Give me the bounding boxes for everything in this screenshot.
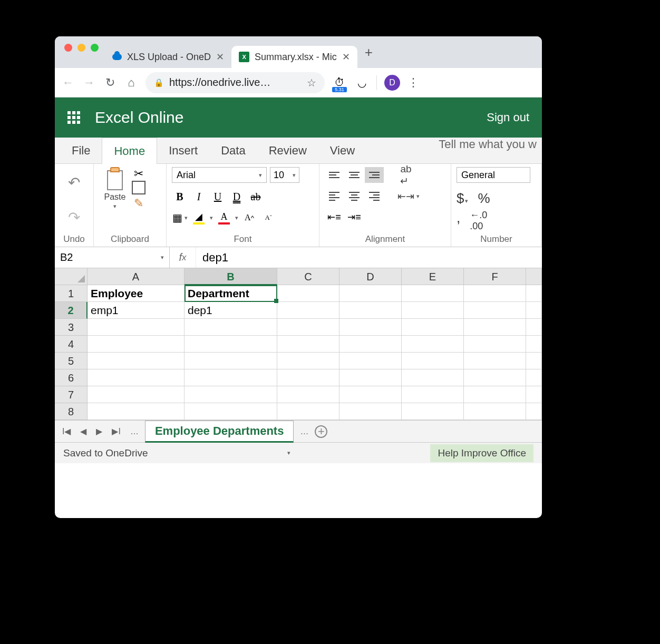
- app-launcher-icon[interactable]: [67, 111, 80, 124]
- forward-button[interactable]: →: [82, 76, 96, 90]
- first-sheet-button[interactable]: I◀: [59, 426, 74, 436]
- row-header-2[interactable]: 2: [55, 302, 88, 319]
- row-header-1[interactable]: 1: [55, 285, 88, 302]
- close-window-button[interactable]: [64, 44, 72, 52]
- last-sheet-button[interactable]: ▶I: [109, 426, 123, 436]
- sheet-list-button[interactable]: …: [127, 427, 142, 436]
- cell-D1[interactable]: [339, 285, 402, 302]
- paste-button[interactable]: Paste ▾: [99, 167, 131, 210]
- cell-D3[interactable]: [339, 319, 402, 336]
- cell-C1[interactable]: [277, 285, 339, 302]
- cell-E1[interactable]: [402, 285, 464, 302]
- formula-input[interactable]: dep1: [196, 247, 542, 268]
- percent-button[interactable]: %: [478, 190, 490, 207]
- cell-E2[interactable]: [402, 302, 464, 319]
- strikethrough-button[interactable]: ab: [248, 189, 264, 204]
- increase-indent-button[interactable]: ⇥≡: [345, 209, 364, 225]
- fill-color-button[interactable]: ◢: [191, 211, 207, 225]
- cell-F3[interactable]: [464, 319, 526, 336]
- cell-D8[interactable]: [339, 403, 402, 420]
- name-box[interactable]: B2▾: [55, 247, 170, 268]
- column-header-C[interactable]: C: [277, 268, 339, 285]
- cell-B5[interactable]: [185, 353, 277, 369]
- cell[interactable]: [526, 302, 542, 319]
- browser-tab-onedrive[interactable]: XLS Upload - OneD ✕: [105, 46, 231, 68]
- borders-button[interactable]: ▦▾: [172, 210, 188, 225]
- select-all-corner[interactable]: [55, 268, 88, 285]
- new-tab-button[interactable]: +: [357, 44, 380, 61]
- reload-button[interactable]: ↻: [103, 76, 117, 90]
- cell-B2[interactable]: dep1: [185, 302, 277, 319]
- cell-B3[interactable]: [185, 319, 277, 336]
- row-header-8[interactable]: 8: [55, 403, 88, 420]
- align-middle-button[interactable]: [345, 167, 364, 183]
- ribbon-tab-review[interactable]: Review: [257, 138, 318, 163]
- cell-B7[interactable]: [185, 386, 277, 403]
- column-header-D[interactable]: D: [339, 268, 402, 285]
- spreadsheet-grid[interactable]: A B C D E F 1EmployeeDepartment2emp1dep1…: [55, 268, 542, 420]
- currency-button[interactable]: $▾: [457, 190, 468, 207]
- cell-E8[interactable]: [402, 403, 464, 420]
- back-button[interactable]: ←: [61, 76, 75, 90]
- status-dropdown[interactable]: ▾: [287, 450, 290, 456]
- column-header-A[interactable]: A: [88, 268, 185, 285]
- merge-button[interactable]: ⇤⇥: [396, 188, 415, 204]
- cell-E7[interactable]: [402, 386, 464, 403]
- italic-button[interactable]: I: [191, 189, 207, 204]
- cell-C7[interactable]: [277, 386, 339, 403]
- undo-button[interactable]: ↶: [68, 174, 80, 191]
- column-header[interactable]: [526, 268, 542, 285]
- cell-A7[interactable]: [88, 386, 185, 403]
- cell-C3[interactable]: [277, 319, 339, 336]
- wrap-text-button[interactable]: ab↵: [396, 167, 415, 183]
- double-underline-button[interactable]: D: [229, 189, 245, 204]
- ribbon-tab-view[interactable]: View: [318, 138, 366, 163]
- cell[interactable]: [526, 353, 542, 369]
- cell-A1[interactable]: Employee: [88, 285, 185, 302]
- align-top-button[interactable]: [325, 167, 344, 183]
- cell-F6[interactable]: [464, 369, 526, 386]
- underline-button[interactable]: U: [210, 189, 226, 204]
- cell[interactable]: [526, 336, 542, 353]
- cell[interactable]: [526, 285, 542, 302]
- row-header-4[interactable]: 4: [55, 336, 88, 353]
- maximize-window-button[interactable]: [91, 44, 99, 52]
- align-left-button[interactable]: [325, 188, 344, 204]
- cell-F5[interactable]: [464, 353, 526, 369]
- prev-sheet-button[interactable]: ◀: [77, 426, 90, 436]
- ribbon-tab-insert[interactable]: Insert: [157, 138, 209, 163]
- cell-D7[interactable]: [339, 386, 402, 403]
- decrease-indent-button[interactable]: ⇤≡: [325, 209, 344, 225]
- cell[interactable]: [526, 319, 542, 336]
- browser-menu-icon[interactable]: ⋮: [407, 76, 419, 90]
- cell-D6[interactable]: [339, 369, 402, 386]
- close-tab-icon[interactable]: ✕: [342, 51, 350, 63]
- cell-E5[interactable]: [402, 353, 464, 369]
- column-header-F[interactable]: F: [464, 268, 526, 285]
- bookmark-star-icon[interactable]: ☆: [307, 76, 316, 89]
- cell-F7[interactable]: [464, 386, 526, 403]
- cell-C6[interactable]: [277, 369, 339, 386]
- cell-A2[interactable]: emp1: [88, 302, 185, 319]
- browser-tab-excel[interactable]: X Summary.xlsx - Mic ✕: [231, 46, 357, 68]
- cell[interactable]: [526, 403, 542, 420]
- cell-F1[interactable]: [464, 285, 526, 302]
- cell-A5[interactable]: [88, 353, 185, 369]
- cell-D5[interactable]: [339, 353, 402, 369]
- cell-B6[interactable]: [185, 369, 277, 386]
- cell-A8[interactable]: [88, 403, 185, 420]
- align-bottom-button[interactable]: [365, 167, 384, 183]
- cell-B8[interactable]: [185, 403, 277, 420]
- help-improve-button[interactable]: Help Improve Office: [430, 444, 533, 462]
- font-size-select[interactable]: 10▾: [270, 167, 299, 183]
- fx-icon[interactable]: fx: [170, 247, 196, 268]
- cell[interactable]: [526, 386, 542, 403]
- add-sheet-button[interactable]: +: [315, 425, 327, 438]
- close-tab-icon[interactable]: ✕: [216, 51, 224, 63]
- font-name-select[interactable]: Arial▾: [172, 167, 267, 183]
- font-color-button[interactable]: A: [216, 211, 232, 225]
- ribbon-tab-file[interactable]: File: [60, 138, 102, 163]
- cell-B4[interactable]: [185, 336, 277, 353]
- cell-E4[interactable]: [402, 336, 464, 353]
- cell[interactable]: [526, 369, 542, 386]
